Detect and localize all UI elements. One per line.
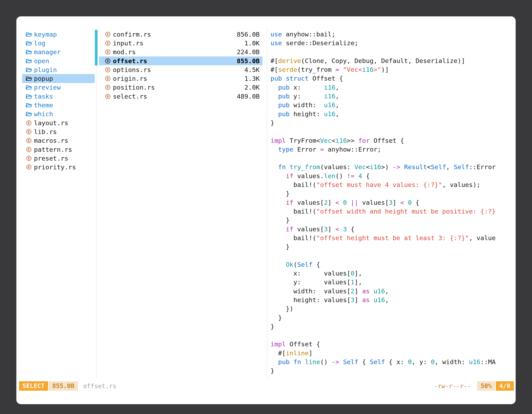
code-line: bail!("offset must have 4 values: {:?}",… (270, 180, 514, 189)
file-size: 2.0K (244, 84, 260, 91)
file-row-origin-rs[interactable]: Rorigin.rs1.3K (99, 74, 263, 83)
rust-file-icon: R (26, 164, 32, 170)
code-line: pub height: u16, (270, 110, 514, 118)
current-pane: Rconfirm.rs856.0BRinput.rs1.0KRmod.rs224… (99, 30, 263, 101)
code-line: use serde::Deserialize; (270, 39, 514, 48)
code-line: if values[3] < 3 { (270, 225, 514, 234)
dir-entry-log[interactable]: log (22, 39, 95, 48)
code-line: if values[2] < 0 || values[3] < 0 { (270, 198, 514, 207)
code-line: } (270, 242, 514, 251)
mode-badge: SELECT (19, 381, 48, 391)
entry-name: which (34, 110, 53, 118)
entry-name: priority.rs (34, 164, 76, 171)
code-line: } (270, 366, 514, 375)
code-line: Ok(Self { (270, 260, 514, 269)
entry-name: manager (34, 48, 61, 56)
svg-text:R: R (28, 157, 30, 160)
status-left: SELECT 855.0B offset.rs (19, 381, 116, 391)
code-line (270, 331, 514, 340)
file-row-offset-rs[interactable]: Roffset.rs855.0B (99, 57, 263, 65)
entry-name: layout.rs (34, 119, 68, 127)
folder-icon (26, 49, 32, 55)
folder-icon (26, 40, 32, 46)
file-entry-preset-rs[interactable]: Rpreset.rs (22, 154, 95, 163)
file-name: offset.rs (113, 57, 147, 65)
file-size: 856.0B (237, 31, 260, 38)
dir-entry-plugin[interactable]: plugin (22, 65, 95, 74)
entry-name: tasks (34, 93, 53, 100)
file-entry-layout-rs[interactable]: Rlayout.rs (22, 118, 95, 127)
code-line: width: values[2] as u16, (270, 287, 514, 296)
svg-text:R: R (28, 148, 30, 151)
svg-text:R: R (107, 68, 109, 72)
status-bar: SELECT 855.0B offset.rs -rw-r--r-- 50% 4… (19, 381, 514, 391)
dir-entry-open[interactable]: open (22, 57, 95, 65)
folder-icon (26, 85, 32, 90)
code-line: #[serde(try_from = "Vec<i16>")] (270, 65, 514, 74)
file-size: 1.0K (244, 39, 260, 47)
cursor-position-badge: 4/8 (496, 381, 514, 391)
file-row-confirm-rs[interactable]: Rconfirm.rs856.0B (99, 30, 263, 39)
file-name: select.rs (113, 93, 147, 100)
file-row-mod-rs[interactable]: Rmod.rs224.0B (99, 48, 263, 57)
dir-entry-preview[interactable]: preview (22, 83, 95, 92)
rust-file-icon: R (105, 40, 111, 46)
folder-icon (26, 76, 32, 81)
svg-text:R: R (28, 139, 30, 143)
dir-entry-popup[interactable]: popup (22, 74, 95, 83)
code-line: impl Offset { (270, 340, 514, 348)
dir-entry-tasks[interactable]: tasks (22, 92, 95, 101)
selection-indicator-bar (95, 30, 97, 66)
entry-name: macros.rs (34, 137, 68, 144)
preview-pane: use anyhow::bail;use serde::Deserialize;… (270, 30, 514, 375)
file-size: 855.0B (237, 57, 260, 65)
dir-entry-which[interactable]: which (22, 110, 95, 118)
rust-file-icon: R (105, 94, 111, 99)
file-entry-pattern-rs[interactable]: Rpattern.rs (22, 145, 95, 154)
svg-text:R: R (107, 50, 109, 54)
code-line (270, 127, 514, 136)
file-entry-lib-rs[interactable]: Rlib.rs (22, 127, 95, 136)
dir-entry-theme[interactable]: theme (22, 101, 95, 109)
entry-name: theme (34, 101, 53, 109)
rust-file-icon: R (26, 155, 32, 161)
file-row-select-rs[interactable]: Rselect.rs489.0B (99, 92, 263, 101)
file-name: confirm.rs (113, 31, 151, 38)
code-line: use anyhow::bail; (270, 30, 514, 39)
file-size: 1.3K (244, 75, 260, 82)
code-line: #[inline] (270, 349, 514, 357)
pane-divider-left (96, 29, 96, 379)
rust-file-icon: R (105, 58, 111, 64)
code-line: bail!("offset width and height must be p… (270, 207, 514, 216)
svg-text:R: R (107, 95, 109, 98)
file-name: mod.rs (113, 48, 136, 56)
rust-file-icon: R (105, 85, 111, 90)
svg-text:R: R (107, 32, 109, 36)
svg-text:R: R (107, 59, 109, 63)
rust-file-icon: R (26, 147, 32, 152)
file-row-input-rs[interactable]: Rinput.rs1.0K (99, 39, 263, 48)
file-row-options-rs[interactable]: Roptions.rs4.5K (99, 65, 263, 74)
code-line: } (270, 313, 514, 322)
folder-icon (26, 102, 32, 108)
file-size: 4.5K (244, 66, 260, 73)
svg-text:R: R (107, 86, 109, 89)
file-size-badge: 855.0B (49, 381, 78, 391)
code-line: } (270, 189, 514, 198)
file-size: 224.0B (237, 48, 260, 56)
file-manager-window: keymaplogmanageropenpluginpopuppreviewta… (16, 16, 516, 404)
code-line: }) (270, 304, 514, 313)
file-name: origin.rs (113, 75, 147, 82)
dir-entry-keymap[interactable]: keymap (22, 30, 95, 39)
folder-icon (26, 94, 32, 99)
dir-entry-manager[interactable]: manager (22, 48, 95, 57)
code-line: pub y: i16, (270, 92, 514, 101)
code-line: #[derive(Clone, Copy, Debug, Default, De… (270, 57, 514, 65)
file-entry-priority-rs[interactable]: Rpriority.rs (22, 163, 95, 171)
file-entry-macros-rs[interactable]: Rmacros.rs (22, 136, 95, 145)
parent-pane: keymaplogmanageropenpluginpopuppreviewta… (22, 30, 95, 172)
code-line (270, 48, 514, 57)
file-name: options.rs (113, 66, 151, 73)
file-name-label: offset.rs (83, 383, 116, 390)
file-row-position-rs[interactable]: Rposition.rs2.0K (99, 83, 263, 92)
